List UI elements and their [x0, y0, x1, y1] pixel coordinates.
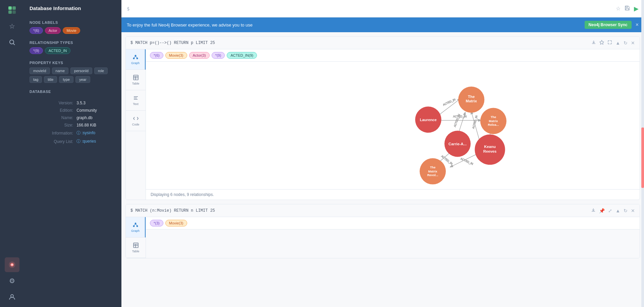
- database-info-table: Version: 3.5.3 Edition: Community Name: …: [30, 99, 116, 146]
- scrollbar-thumb[interactable]: [641, 127, 644, 188]
- filter-bar-1: *(6) Movie(3) Actor(3) *(9) ACTED_IN(9): [146, 49, 640, 62]
- sidebar-icons: ☆ ⚙: [0, 0, 24, 307]
- expand-icon[interactable]: [607, 40, 612, 46]
- node-labels-title: Node Labels: [30, 20, 116, 24]
- query-input[interactable]: [132, 6, 613, 11]
- result-query-1: $ MATCH p=()-->() RETURN p LIMIT 25: [130, 41, 215, 45]
- svg-rect-2: [8, 10, 12, 14]
- status-bar-1: Displaying 6 nodes, 9 relationships.: [146, 189, 640, 200]
- banner-close-icon[interactable]: ×: [636, 22, 639, 28]
- node-label-tag-actor[interactable]: Actor: [45, 27, 61, 34]
- version-label: Version:: [30, 100, 76, 106]
- banner-text: To enjoy the full Neo4j Browser experien…: [127, 22, 581, 28]
- info-banner: To enjoy the full Neo4j Browser experien…: [121, 17, 644, 32]
- version-value: 3.5.3: [76, 100, 115, 106]
- refresh-icon-2[interactable]: ↻: [624, 208, 628, 213]
- result-actions-1: ▲ ↻ ✕: [591, 40, 635, 46]
- close-result-icon-2[interactable]: ✕: [631, 208, 635, 213]
- graph-visualization-1[interactable]: ACTED_IN ACTED_IN ACTED_IN ACTED_IN: [146, 62, 640, 189]
- filter-tag-all-2[interactable]: *(3): [150, 220, 163, 226]
- db-info-panel: Database Information Node Labels *(6) Ac…: [24, 0, 121, 307]
- svg-point-13: [133, 58, 135, 59]
- svg-line-5: [13, 44, 15, 45]
- star-favorite-icon[interactable]: ☆: [616, 5, 621, 12]
- query-prompt: $: [127, 6, 129, 11]
- db-name-value: graph.db: [76, 114, 115, 121]
- svg-point-14: [136, 58, 138, 59]
- run-icon[interactable]: ▶: [634, 5, 639, 12]
- property-keys-title: Property Keys: [30, 61, 116, 65]
- refresh-icon[interactable]: ↻: [624, 40, 628, 46]
- prop-movieid[interactable]: movieId: [30, 67, 50, 74]
- collapse-up-icon-2[interactable]: ▲: [615, 208, 620, 213]
- pin-icon[interactable]: [599, 40, 604, 46]
- star-icon[interactable]: ☆: [5, 19, 19, 34]
- expand-icon-2[interactable]: ⤢: [608, 208, 612, 213]
- query-bar-actions: ☆ ▶: [616, 5, 639, 12]
- download-icon[interactable]: [591, 40, 596, 46]
- main-content: $ ☆ ▶ To enjoy the full Neo4j Browser ex…: [121, 0, 644, 307]
- user-icon[interactable]: [5, 290, 19, 304]
- prop-title[interactable]: title: [44, 76, 57, 83]
- tab-graph-2[interactable]: Graph: [126, 217, 146, 238]
- filter-tag-actor-1[interactable]: Actor(3): [189, 52, 210, 59]
- svg-text:Matrix: Matrix: [466, 99, 477, 103]
- logo-icon[interactable]: [5, 3, 19, 17]
- tab-table-label-2: Table: [132, 250, 140, 253]
- pin-icon-2[interactable]: 📌: [599, 208, 605, 213]
- tab-code-1[interactable]: Code: [126, 111, 146, 131]
- info-value[interactable]: ⓘ :sysinfo: [76, 129, 115, 137]
- search-icon[interactable]: [5, 35, 19, 50]
- info-label: Information:: [30, 129, 76, 137]
- tab-text-1[interactable]: Text: [126, 90, 146, 111]
- collapse-up-icon[interactable]: ▲: [615, 40, 620, 46]
- node-label-tag-movie[interactable]: Movie: [63, 27, 80, 34]
- prop-year[interactable]: year: [75, 76, 90, 83]
- svg-rect-11: [626, 6, 628, 7]
- rel-tag-all[interactable]: *(9): [30, 47, 43, 54]
- graph-visualization-2[interactable]: [146, 229, 640, 258]
- filter-tag-acted-in-1[interactable]: ACTED_IN(9): [227, 52, 257, 59]
- relationship-type-tags: *(9) ACTED_IN: [30, 47, 116, 54]
- svg-text:Reloa...: Reloa...: [488, 123, 499, 126]
- rel-types-title: Relationship Types: [30, 41, 116, 45]
- rel-tag-acted-in[interactable]: ACTED_IN: [45, 47, 70, 54]
- filter-tag-rel-all-1[interactable]: *(9): [212, 52, 225, 59]
- size-label: Size:: [30, 122, 76, 129]
- filter-bar-2: *(3) Movie(3): [146, 217, 640, 229]
- query-list-value[interactable]: ⓘ :queries: [76, 138, 115, 145]
- prop-name[interactable]: name: [52, 67, 69, 74]
- tab-table-2[interactable]: Table: [126, 238, 146, 258]
- svg-text:Carrie-A...: Carrie-A...: [448, 142, 467, 146]
- tab-table-1[interactable]: Table: [126, 70, 146, 90]
- edition-label: Edition:: [30, 107, 76, 114]
- query-bar: $ ☆ ▶: [121, 0, 644, 17]
- result-query-2: $ MATCH (n:Movie) RETURN n LIMIT 25: [130, 208, 215, 213]
- svg-text:Revol...: Revol...: [427, 173, 438, 177]
- filter-tag-movie-1[interactable]: Movie(3): [165, 52, 187, 59]
- prop-personid[interactable]: personId: [70, 67, 92, 74]
- filter-tag-all-1[interactable]: *(6): [150, 52, 163, 59]
- size-value: 166.88 KiB: [76, 122, 115, 129]
- svg-text:Keanu: Keanu: [484, 145, 496, 149]
- prop-type[interactable]: type: [59, 76, 73, 83]
- download-icon-2[interactable]: [591, 208, 596, 213]
- scrollbar-track[interactable]: [641, 0, 644, 307]
- svg-rect-54: [133, 243, 138, 248]
- filter-tag-movie-2[interactable]: Movie(3): [165, 220, 187, 226]
- tab-graph-1[interactable]: Graph: [126, 49, 146, 70]
- svg-rect-10: [626, 8, 629, 10]
- db-name-label: Name:: [30, 114, 76, 121]
- svg-point-8: [11, 264, 13, 265]
- settings-icon[interactable]: ⚙: [5, 273, 19, 288]
- prop-role[interactable]: role: [94, 67, 108, 74]
- tab-table-label-1: Table: [132, 82, 140, 85]
- svg-point-12: [135, 55, 136, 57]
- prop-tag[interactable]: tag: [30, 76, 42, 83]
- close-result-icon[interactable]: ✕: [631, 40, 635, 46]
- alert-icon[interactable]: [5, 257, 19, 272]
- svg-point-50: [133, 225, 135, 227]
- node-label-tag-all[interactable]: *(6): [30, 27, 43, 34]
- save-icon[interactable]: [625, 5, 630, 12]
- neo4j-sync-button[interactable]: Neo4j Browser Sync: [585, 21, 632, 29]
